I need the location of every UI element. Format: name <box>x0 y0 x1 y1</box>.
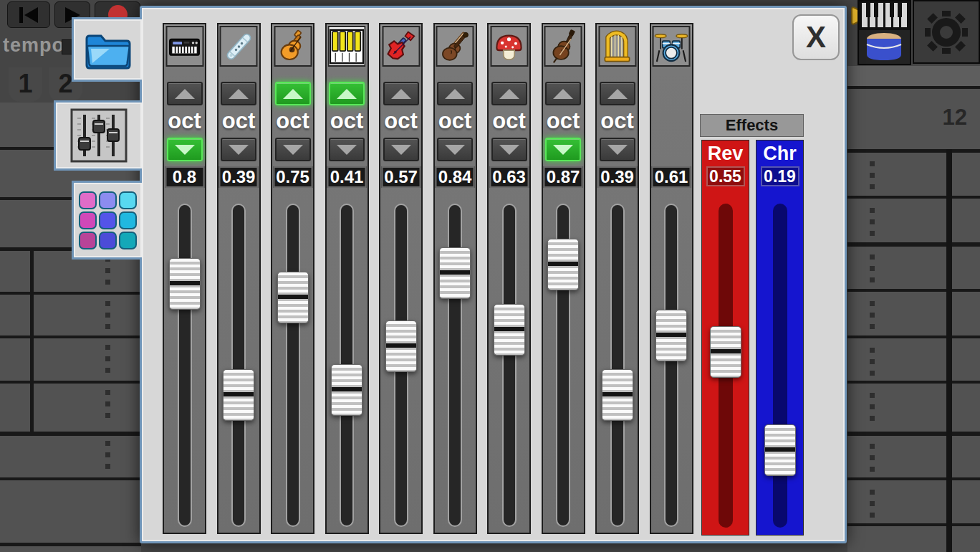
octave-down-button[interactable] <box>545 138 581 161</box>
volume-slider[interactable] <box>435 204 476 527</box>
up-triangle-icon <box>337 89 357 99</box>
slider-track[interactable] <box>502 204 517 527</box>
grid-cell <box>870 313 875 318</box>
effect-value: 0.19 <box>761 166 799 186</box>
up-triangle-icon <box>445 89 465 99</box>
cello-icon[interactable] <box>544 26 582 67</box>
volume-slider[interactable] <box>380 204 421 527</box>
slider-track[interactable] <box>178 204 192 527</box>
octave-down-button[interactable] <box>221 138 256 161</box>
volume-slider[interactable] <box>489 204 529 527</box>
slider-handle[interactable] <box>223 369 254 421</box>
volume-slider[interactable] <box>543 204 584 527</box>
volume-slider[interactable] <box>327 204 368 527</box>
octave-label: oct <box>380 105 421 138</box>
slider-handle[interactable] <box>385 320 417 372</box>
slider-handle[interactable] <box>169 258 201 310</box>
volume-slider[interactable] <box>651 204 692 527</box>
grid-cell <box>847 477 980 480</box>
octave-up-button[interactable] <box>437 82 473 105</box>
octave-down-button[interactable] <box>437 138 473 161</box>
effect-value: 0.55 <box>706 166 745 186</box>
close-button[interactable]: X <box>792 14 840 60</box>
bar-number: 12 <box>930 106 967 128</box>
grid-cell <box>870 513 875 518</box>
volume-slider[interactable] <box>597 204 638 527</box>
octave-up-button[interactable] <box>167 82 203 105</box>
grid-cell <box>847 432 980 436</box>
volume-slider[interactable] <box>272 204 313 527</box>
slider-handle[interactable] <box>547 239 579 290</box>
octave-label: oct <box>489 105 529 138</box>
slider-track[interactable] <box>773 204 787 528</box>
grid-cell <box>870 161 875 166</box>
grid-cell <box>847 523 980 526</box>
grid-cell <box>870 416 875 421</box>
volume-slider[interactable] <box>164 204 205 527</box>
violin-icon[interactable] <box>436 26 474 67</box>
octave-down-button[interactable] <box>167 138 203 161</box>
reverb-channel: Rev 0.55 <box>701 140 749 536</box>
channel-strip: oct 0.84 <box>433 23 477 534</box>
up-triangle-icon <box>229 89 249 99</box>
volume-value: 0.75 <box>273 166 312 188</box>
octave-down-button[interactable] <box>600 138 635 161</box>
octave-up-button[interactable] <box>275 82 311 105</box>
drums-icon[interactable] <box>653 26 691 67</box>
grid-cell <box>870 266 875 271</box>
slider-track[interactable] <box>610 204 625 527</box>
sidebar-item-mixer[interactable] <box>54 100 142 171</box>
grid-cell <box>847 336 980 338</box>
pad <box>99 211 117 229</box>
volume-slider[interactable] <box>218 204 259 527</box>
slider-handle[interactable] <box>764 424 796 476</box>
grid-cell <box>946 149 952 552</box>
down-triangle-icon <box>283 145 303 155</box>
electric-guitar-icon[interactable] <box>382 26 420 67</box>
octave-down-button[interactable] <box>329 138 365 161</box>
grid-cell <box>0 432 141 436</box>
grid-cell <box>847 289 980 292</box>
volume-value: 0.87 <box>544 166 583 188</box>
sidebar-item-files[interactable] <box>72 17 142 82</box>
flute-icon[interactable] <box>220 26 258 67</box>
acoustic-guitar-icon[interactable] <box>274 26 312 67</box>
grid-cell <box>870 208 875 213</box>
octave-down-button[interactable] <box>383 138 419 161</box>
folder-icon <box>82 27 134 72</box>
sidebar-item-pads[interactable] <box>72 181 142 260</box>
slider-track[interactable] <box>286 204 300 527</box>
octave-up-button[interactable] <box>600 82 635 105</box>
octave-down-button[interactable] <box>275 138 311 161</box>
synthesizer-icon[interactable] <box>165 26 203 67</box>
slider-handle[interactable] <box>655 310 687 361</box>
slider-handle[interactable] <box>331 364 362 416</box>
octave-up-button[interactable] <box>329 82 365 105</box>
octave-up-button[interactable] <box>221 82 256 105</box>
octave-up-button[interactable] <box>545 82 581 105</box>
octave-up-button[interactable] <box>491 82 527 105</box>
octave-down-button[interactable] <box>491 138 527 161</box>
slider-handle[interactable] <box>494 304 525 356</box>
mushroom-icon[interactable] <box>490 26 528 67</box>
up-triangle-icon <box>553 89 573 99</box>
grid-cell <box>870 371 875 376</box>
harp-icon[interactable] <box>598 26 636 67</box>
instruments-button <box>858 0 911 65</box>
rewind-button <box>7 1 50 28</box>
reverb-slider[interactable] <box>702 204 749 528</box>
volume-value: 0.61 <box>652 166 691 188</box>
chorus-slider[interactable] <box>756 204 803 528</box>
slider-track[interactable] <box>664 204 678 527</box>
sequence-tab-1: 1 <box>9 67 42 102</box>
slider-handle[interactable] <box>277 272 309 323</box>
octave-up-button[interactable] <box>383 82 419 105</box>
octave-label: oct <box>272 105 313 138</box>
piano-icon[interactable] <box>328 26 366 67</box>
down-triangle-icon <box>607 145 628 155</box>
slider-handle[interactable] <box>439 247 471 299</box>
channel-strip: oct 0.63 <box>487 23 531 534</box>
slider-track[interactable] <box>231 204 246 527</box>
slider-handle[interactable] <box>710 326 741 378</box>
slider-handle[interactable] <box>602 369 633 421</box>
